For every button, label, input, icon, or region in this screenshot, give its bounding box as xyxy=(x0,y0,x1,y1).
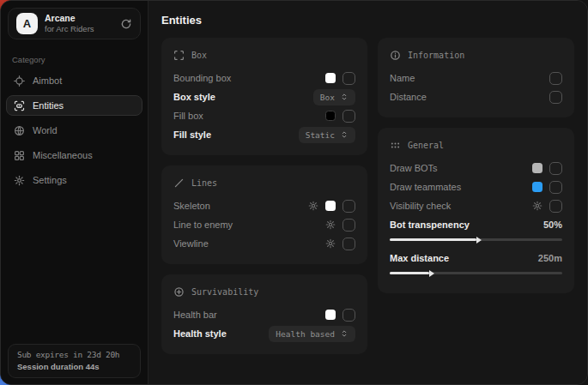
name-checkbox[interactable] xyxy=(549,72,562,85)
visibility-check-checkbox[interactable] xyxy=(549,200,562,213)
general-card: General Draw BOTs Draw teammates xyxy=(378,128,574,293)
brand-logo: A xyxy=(16,13,38,34)
distance-row: Distance xyxy=(390,87,562,106)
health-bar-color-swatch[interactable] xyxy=(325,310,336,320)
box-card: Box Bounding box Box style xyxy=(161,38,367,155)
gear-icon[interactable] xyxy=(325,238,336,249)
diagonal-line-icon xyxy=(173,177,185,189)
draw-teammates-row: Draw teammates xyxy=(390,177,562,196)
draw-bots-color-swatch[interactable] xyxy=(532,163,543,173)
fill-style-dropdown[interactable]: Static xyxy=(299,127,355,143)
bot-transpenency-slider[interactable] xyxy=(390,238,562,241)
row-label: Max distance xyxy=(390,253,449,263)
fill-style-row: Fill style Static xyxy=(173,125,355,144)
lines-card: Lines Skeleton xyxy=(161,165,367,264)
sidebar-item-label: Settings xyxy=(33,175,67,185)
card-title: Lines xyxy=(191,178,217,188)
box-style-dropdown[interactable]: Box xyxy=(313,89,355,105)
viewline-row: Viewline xyxy=(173,234,355,253)
selector-icon xyxy=(340,93,349,101)
fill-box-row: Fill box xyxy=(173,106,355,125)
info-icon xyxy=(390,50,401,61)
fill-box-color-swatch[interactable] xyxy=(325,111,336,121)
gear-icon[interactable] xyxy=(325,220,336,230)
eye-scan-icon xyxy=(14,100,25,111)
row-label: Box style xyxy=(173,92,215,102)
row-label: Fill style xyxy=(173,129,211,140)
fill-box-checkbox[interactable] xyxy=(342,110,355,123)
draw-teammates-color-swatch[interactable] xyxy=(532,182,543,192)
dropdown-value: Static xyxy=(306,130,335,140)
sidebar-item-label: Aimbot xyxy=(33,75,62,86)
survivability-card: Survivability Health bar Health style xyxy=(161,274,367,354)
slider-fill xyxy=(390,238,476,241)
globe-icon xyxy=(14,125,25,136)
card-title: General xyxy=(408,141,444,150)
row-label: Draw teammates xyxy=(390,182,461,192)
sidebar-item-world[interactable]: World xyxy=(6,120,142,141)
bot-transpenency-row: Bot transpenency 50% xyxy=(390,215,562,234)
health-style-dropdown[interactable]: Health based xyxy=(269,326,355,342)
brand-card: A Arcane for Arc Riders xyxy=(8,8,141,39)
health-style-row: Health style Health based xyxy=(173,324,355,343)
sidebar-nav: Aimbot Entities World xyxy=(1,70,148,190)
brand-title: Arcane xyxy=(45,13,94,24)
viewline-checkbox[interactable] xyxy=(342,238,355,250)
sidebar-item-miscellaneous[interactable]: Miscellaneous xyxy=(6,145,142,165)
row-label: Name xyxy=(390,73,415,83)
max-distance-slider[interactable] xyxy=(390,272,562,274)
sidebar-item-label: World xyxy=(33,125,58,135)
pulse-circle-icon xyxy=(173,286,185,298)
row-label: Skeleton xyxy=(173,201,210,211)
slider-fill xyxy=(390,272,429,274)
row-label: Fill box xyxy=(173,111,203,121)
gear-icon[interactable] xyxy=(532,201,543,211)
brand-subtitle: for Arc Riders xyxy=(45,24,94,34)
draw-teammates-checkbox[interactable] xyxy=(549,181,562,194)
information-card: Information Name Distance xyxy=(378,38,574,117)
row-label: Visibility check xyxy=(390,201,451,211)
max-distance-row: Max distance 250m xyxy=(390,249,562,268)
draw-bots-checkbox[interactable] xyxy=(549,162,562,175)
sub-expiry-text: Sub expires in 23d 20h xyxy=(17,350,131,359)
dropdown-value: Box xyxy=(320,93,335,102)
session-duration-text: Session duration 44s xyxy=(17,362,131,371)
card-title: Survivability xyxy=(191,287,258,297)
health-bar-row: Health bar xyxy=(173,305,355,324)
sidebar-item-entities[interactable]: Entities xyxy=(6,95,142,116)
corner-brackets-icon xyxy=(173,50,185,61)
slider-value: 250m xyxy=(538,253,562,263)
slider-value: 50% xyxy=(543,220,562,230)
subscription-info-card: Sub expires in 23d 20h Session duration … xyxy=(8,344,141,378)
apps-grid-icon xyxy=(14,150,25,161)
selector-icon xyxy=(340,329,349,338)
skeleton-row: Skeleton xyxy=(173,196,355,215)
health-bar-checkbox[interactable] xyxy=(342,309,355,322)
row-label: Health bar xyxy=(173,310,217,320)
box-style-row: Box style Box xyxy=(173,87,355,106)
line-to-enemy-checkbox[interactable] xyxy=(342,219,355,232)
sidebar-item-label: Miscellaneous xyxy=(33,150,93,160)
sidebar-item-aimbot[interactable]: Aimbot xyxy=(6,70,142,91)
skeleton-checkbox[interactable] xyxy=(342,200,355,213)
name-row: Name xyxy=(390,69,562,87)
line-to-enemy-row: Line to enemy xyxy=(173,215,355,234)
bounding-box-color-swatch[interactable] xyxy=(325,73,336,83)
distance-checkbox[interactable] xyxy=(549,91,562,104)
reload-icon[interactable] xyxy=(120,18,132,30)
category-label: Category xyxy=(12,55,136,64)
row-label: Health style xyxy=(173,328,227,339)
sidebar-item-settings[interactable]: Settings xyxy=(6,170,142,190)
row-label: Distance xyxy=(390,92,427,102)
skeleton-color-swatch[interactable] xyxy=(325,201,336,211)
bounding-box-checkbox[interactable] xyxy=(342,72,355,85)
bounding-box-row: Bounding box xyxy=(173,69,355,87)
desktop-background: A Arcane for Arc Riders Category Aimbot xyxy=(0,0,588,385)
card-title: Information xyxy=(408,51,464,60)
row-label: Bot transpenency xyxy=(390,220,470,230)
gear-icon[interactable] xyxy=(308,201,318,211)
visibility-check-row: Visibility check xyxy=(390,196,562,215)
arcane-menu-window: A Arcane for Arc Riders Category Aimbot xyxy=(0,0,588,385)
crosshair-icon xyxy=(14,75,25,87)
page-title: Entities xyxy=(161,14,574,27)
